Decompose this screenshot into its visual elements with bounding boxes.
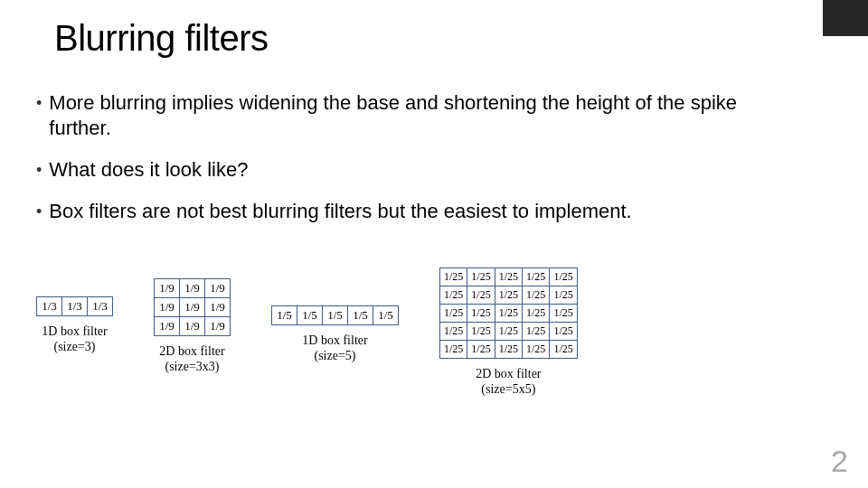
cell: 1/25: [467, 286, 495, 305]
filter-grid: 1/5 1/5 1/5 1/5 1/5: [271, 305, 399, 325]
cell: 1/25: [523, 268, 550, 286]
caption-line: 1D box filter: [42, 324, 107, 338]
corner-accent: [823, 0, 868, 36]
page-number: 2: [831, 444, 848, 479]
table-row: 1/9 1/9 1/9: [155, 317, 231, 336]
cell: 1/25: [495, 305, 522, 323]
figures-row: 1/3 1/3 1/3 1D box filter (size=3) 1/9 1…: [36, 278, 850, 397]
cell: 1/25: [495, 286, 522, 305]
bullet-text: More blurring implies widening the base …: [49, 90, 760, 141]
figure-1d-box-3: 1/3 1/3 1/3 1D box filter (size=3): [36, 296, 113, 354]
filter-grid: 1/25 1/25 1/25 1/25 1/25 1/25 1/25 1/25 …: [439, 267, 578, 359]
cell: 1/3: [88, 297, 113, 316]
caption-line: (size=3): [53, 340, 95, 353]
cell: 1/25: [523, 341, 550, 359]
cell: 1/25: [550, 286, 577, 305]
figure-1d-box-5: 1/5 1/5 1/5 1/5 1/5 1D box filter (size=…: [271, 305, 399, 363]
bullet-list: • More blurring implies widening the bas…: [36, 90, 760, 240]
bullet-icon: •: [36, 157, 42, 183]
cell: 1/25: [440, 305, 467, 323]
cell: 1/25: [440, 268, 467, 286]
cell: 1/9: [180, 279, 205, 298]
cell: 1/25: [523, 323, 550, 341]
cell: 1/25: [523, 286, 550, 305]
filter-grid: 1/3 1/3 1/3: [36, 296, 113, 316]
caption-line: 2D box filter: [476, 367, 541, 380]
table-row: 1/25 1/25 1/25 1/25 1/25: [440, 305, 578, 323]
caption-line: 1D box filter: [302, 333, 367, 347]
cell: 1/5: [323, 306, 348, 325]
cell: 1/9: [155, 279, 180, 298]
cell: 1/5: [297, 306, 323, 325]
cell: 1/5: [348, 306, 373, 325]
bullet-text: Box filters are not best blurring filter…: [49, 199, 631, 224]
cell: 1/25: [550, 341, 577, 359]
filter-grid: 1/9 1/9 1/9 1/9 1/9 1/9 1/9 1/9 1/9: [154, 278, 231, 336]
cell: 1/25: [440, 286, 467, 305]
cell: 1/25: [467, 268, 495, 286]
cell: 1/25: [495, 268, 522, 286]
cell: 1/9: [180, 298, 205, 317]
cell: 1/9: [180, 317, 205, 336]
cell: 1/25: [550, 268, 577, 286]
cell: 1/25: [467, 305, 495, 323]
table-row: 1/25 1/25 1/25 1/25 1/25: [440, 286, 578, 305]
table-row: 1/3 1/3 1/3: [37, 297, 113, 316]
cell: 1/3: [62, 297, 88, 316]
list-item: • What does it look like?: [36, 157, 760, 183]
cell: 1/25: [467, 341, 495, 359]
cell: 1/9: [155, 317, 180, 336]
table-row: 1/9 1/9 1/9: [155, 279, 231, 298]
table-row: 1/25 1/25 1/25 1/25 1/25: [440, 341, 578, 359]
figure-2d-box-3: 1/9 1/9 1/9 1/9 1/9 1/9 1/9 1/9 1/9 2D b…: [154, 278, 231, 374]
cell: 1/25: [440, 323, 467, 341]
cell: 1/5: [373, 306, 399, 325]
figure-caption: 2D box filter (size=5x5): [476, 366, 541, 397]
caption-line: (size=3x3): [165, 360, 219, 373]
slide-title: Blurring filters: [54, 18, 269, 59]
caption-line: 2D box filter: [159, 344, 224, 358]
table-row: 1/9 1/9 1/9: [155, 298, 231, 317]
bullet-icon: •: [36, 90, 42, 116]
cell: 1/3: [37, 297, 62, 316]
caption-line: (size=5): [314, 349, 355, 362]
bullet-icon: •: [36, 199, 42, 224]
cell: 1/25: [523, 305, 550, 323]
cell: 1/25: [495, 323, 522, 341]
cell: 1/25: [440, 341, 467, 359]
cell: 1/9: [155, 298, 180, 317]
table-row: 1/5 1/5 1/5 1/5 1/5: [272, 306, 399, 325]
figure-caption: 1D box filter (size=5): [302, 333, 367, 363]
figure-caption: 2D box filter (size=3x3): [159, 343, 224, 374]
cell: 1/25: [550, 305, 577, 323]
caption-line: (size=5x5): [481, 382, 535, 396]
table-row: 1/25 1/25 1/25 1/25 1/25: [440, 323, 578, 341]
cell: 1/9: [205, 279, 231, 298]
cell: 1/25: [495, 341, 522, 359]
cell: 1/25: [550, 323, 577, 341]
list-item: • Box filters are not best blurring filt…: [36, 199, 760, 224]
figure-caption: 1D box filter (size=3): [42, 324, 107, 354]
cell: 1/9: [205, 317, 231, 336]
cell: 1/9: [205, 298, 231, 317]
list-item: • More blurring implies widening the bas…: [36, 90, 760, 141]
table-row: 1/25 1/25 1/25 1/25 1/25: [440, 268, 578, 286]
cell: 1/5: [272, 306, 297, 325]
bullet-text: What does it look like?: [49, 157, 248, 183]
figure-2d-box-5: 1/25 1/25 1/25 1/25 1/25 1/25 1/25 1/25 …: [439, 267, 578, 397]
cell: 1/25: [467, 323, 495, 341]
